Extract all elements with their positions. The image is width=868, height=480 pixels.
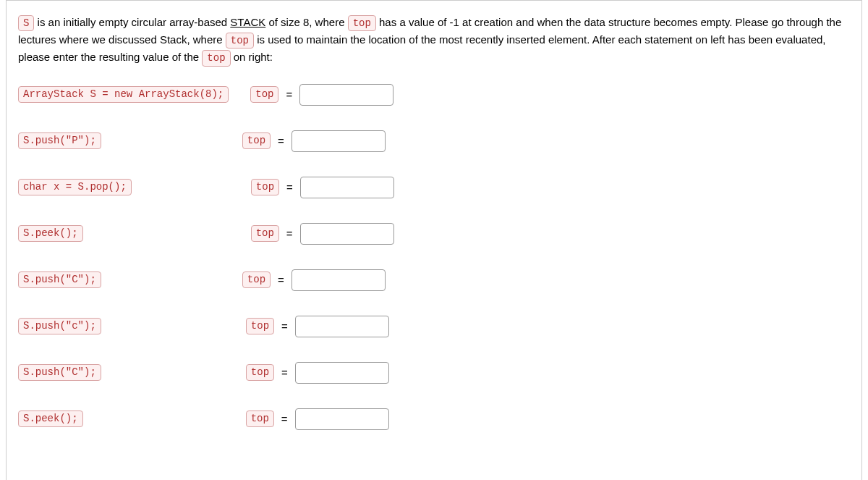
statement-code: S.peek();: [18, 410, 83, 426]
answer-row: S.peek();top=: [18, 408, 850, 430]
answer-row: S.push("c");top=: [18, 316, 850, 337]
intro-text-2: of size 8, where: [265, 16, 347, 28]
statement-cell: S.peek();: [18, 410, 83, 426]
answer-cell: top=: [251, 177, 394, 198]
statement-cell: S.push("c");: [18, 318, 101, 334]
top-value-input[interactable]: [300, 177, 394, 198]
top-label: top: [246, 364, 274, 380]
top-label: top: [242, 271, 271, 287]
statement-code: ArrayStack S = new ArrayStack(8);: [18, 86, 229, 102]
top-label: top: [250, 86, 278, 102]
top-value-input[interactable]: [300, 223, 394, 245]
intro-text-1: is an initially empty circular array-bas…: [34, 16, 230, 28]
question-intro: S is an initially empty circular array-b…: [18, 14, 850, 67]
statement-code: S.push("P");: [18, 132, 101, 148]
statement-code: S.push("c");: [18, 318, 101, 334]
code-token-s: S: [18, 15, 34, 31]
equals-sign: =: [278, 366, 291, 379]
top-value-input[interactable]: [292, 269, 386, 291]
top-label: top: [251, 179, 279, 195]
statement-cell: S.peek();: [18, 225, 83, 241]
answer-row: S.push("C");top=: [18, 269, 850, 291]
equals-sign: =: [278, 413, 291, 425]
code-token-top: top: [226, 33, 254, 49]
stack-word: STACK: [230, 16, 265, 28]
answer-cell: top=: [242, 269, 386, 291]
question-card: S is an initially empty circular array-b…: [6, 0, 862, 480]
equals-sign: =: [283, 88, 295, 101]
top-label: top: [251, 225, 279, 241]
equals-sign: =: [275, 135, 287, 147]
top-label: top: [246, 318, 274, 334]
statement-cell: S.push("C");: [18, 364, 101, 380]
statement-code: S.push("C");: [18, 271, 101, 287]
top-value-input[interactable]: [295, 408, 389, 430]
statement-cell: char x = S.pop();: [18, 179, 132, 195]
top-label: top: [246, 410, 274, 426]
statement-cell: ArrayStack S = new ArrayStack(8);: [18, 86, 229, 102]
top-value-input[interactable]: [295, 362, 389, 384]
equals-sign: =: [284, 181, 296, 193]
top-value-input[interactable]: [292, 130, 386, 152]
equals-sign: =: [278, 320, 291, 332]
top-value-input[interactable]: [295, 316, 389, 337]
answer-row: S.peek();top=: [18, 223, 850, 245]
statement-code: S.peek();: [18, 225, 83, 241]
code-token-top: top: [348, 15, 376, 31]
answer-cell: top=: [242, 130, 386, 152]
top-value-input[interactable]: [299, 84, 393, 106]
top-label: top: [242, 132, 271, 148]
answer-cell: top=: [246, 362, 389, 384]
answer-row: S.push("P");top=: [18, 130, 850, 152]
answer-cell: top=: [246, 316, 389, 337]
statement-cell: S.push("P");: [18, 132, 101, 148]
equals-sign: =: [275, 274, 287, 286]
answer-cell: top=: [251, 223, 394, 245]
answer-row: ArrayStack S = new ArrayStack(8);top=: [18, 84, 850, 106]
intro-text-5: on right:: [231, 51, 273, 63]
answer-cell: top=: [246, 408, 389, 430]
statement-code: char x = S.pop();: [18, 179, 132, 195]
statement-cell: S.push("C");: [18, 271, 101, 287]
statement-code: S.push("C");: [18, 364, 101, 380]
answer-rows: ArrayStack S = new ArrayStack(8);top=S.p…: [18, 84, 850, 430]
answer-cell: top=: [250, 84, 393, 106]
answer-row: S.push("C");top=: [18, 362, 850, 384]
answer-row: char x = S.pop();top=: [18, 177, 850, 198]
equals-sign: =: [284, 227, 296, 240]
code-token-top: top: [202, 50, 230, 66]
